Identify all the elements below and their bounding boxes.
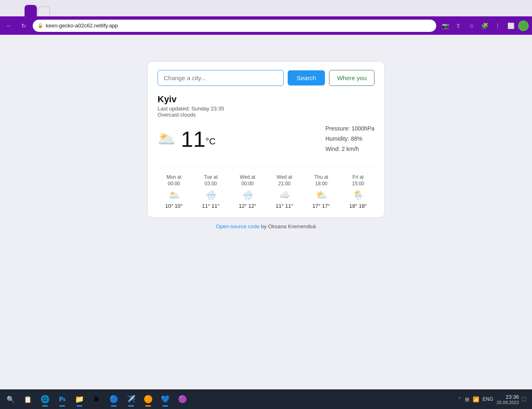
forecast-label-2: Wed at00:00: [240, 174, 255, 188]
forecast-temp-0: 10° 10°: [165, 203, 183, 209]
temperature-value: 11: [181, 127, 205, 151]
pressure-value: Pressure: 1000hPa: [325, 124, 374, 134]
forecast-item-2: Wed at00:00 🌧️ 12° 12°: [231, 174, 264, 209]
taskbar-notification[interactable]: □: [522, 396, 526, 403]
menu-icon[interactable]: ⋮: [492, 20, 503, 31]
forecast-label-0: Mon at00:00: [167, 174, 182, 188]
forecast-icon-1: 🌧️: [205, 190, 216, 200]
temperature-display: 11°C: [181, 128, 216, 150]
humidity-value: Humidity: 88%: [325, 134, 374, 144]
taskbar-right: ⌃ ⊞ 📶 ENG 23:36 25.09.2022 □: [458, 394, 530, 405]
forecast-icon-5: 🌦️: [353, 190, 364, 200]
address-bar: ← ↻ 🔒 keen-gecko-a02c62.netlify.app 📷 ⇧ …: [0, 16, 532, 35]
forecast-label-4: Thu at18:00: [314, 174, 328, 188]
extension-icon[interactable]: 🧩: [479, 20, 490, 31]
url-bar[interactable]: 🔒 keen-gecko-a02c62.netlify.app: [33, 20, 436, 32]
tab-bar: [0, 0, 532, 16]
taskbar-date: 25.09.2022: [496, 400, 519, 405]
taskbar-search[interactable]: 🔍: [2, 391, 19, 407]
forecast-item-5: Fri at15:00 🌦️ 18° 18°: [342, 174, 374, 209]
weather-details: Pressure: 1000hPa Humidity: 88% Wind: 2 …: [325, 124, 374, 155]
forecast-label-3: Wed at21:00: [277, 174, 292, 188]
search-row: Search Where you: [158, 70, 374, 86]
browser-action-buttons: 📷 ⇧ ☆ 🧩 ⋮ ⬜ 🌿: [440, 20, 529, 31]
forecast-icon-2: 🌧️: [242, 190, 253, 200]
last-updated: Last updated: Sunday 23:35: [158, 106, 374, 112]
forecast-item-4: Thu at18:00 ⛅ 17° 17°: [305, 174, 338, 209]
forecast-temp-3: 11° 11°: [276, 203, 293, 209]
screenshot-icon[interactable]: 📷: [440, 20, 451, 31]
open-source-link[interactable]: Open-source code: [216, 223, 259, 229]
footer: Open-source code by Oksana Kremendiuk: [216, 223, 316, 229]
weather-card: Search Where you Kyiv Last updated: Sund…: [147, 61, 385, 218]
taskbar-files[interactable]: 📁: [71, 391, 88, 407]
bookmark-icon[interactable]: ☆: [466, 20, 477, 31]
weather-condition: Overcast clouds: [158, 112, 374, 118]
taskbar-windows-icon: ⊞: [465, 396, 469, 402]
forecast-label-1: Tue at03:00: [204, 174, 218, 188]
footer-suffix: by Oksana Kremendiuk: [259, 223, 316, 229]
taskbar-calculator[interactable]: 🖩: [88, 391, 105, 407]
city-input[interactable]: [158, 70, 284, 86]
forecast-label-5: Fri at15:00: [352, 174, 364, 188]
taskbar-telegram[interactable]: ✈️: [123, 391, 139, 407]
where-you-button[interactable]: Where you: [329, 70, 374, 86]
browser-chrome: ← ↻ 🔒 keen-gecko-a02c62.netlify.app 📷 ⇧ …: [0, 0, 532, 53]
split-view-icon[interactable]: ⬜: [505, 20, 516, 31]
weather-icon-main: 🌥️: [158, 130, 176, 148]
taskbar-language[interactable]: ENG: [482, 396, 493, 402]
forecast-icon-4: ⛅: [316, 190, 327, 200]
taskbar-time: 23:36: [506, 394, 519, 400]
taskbar-chrome[interactable]: 🔵: [106, 391, 122, 407]
taskbar-edge[interactable]: 🌐: [37, 391, 53, 407]
forecast-temp-2: 12° 12°: [239, 203, 257, 209]
back-button[interactable]: ←: [3, 20, 15, 31]
current-weather: 🌥️ 11°C Pressure: 1000hPa Humidity: 88% …: [158, 124, 374, 155]
city-name: Kyiv: [158, 94, 374, 105]
temperature-unit: °C: [205, 136, 216, 146]
taskbar: 🔍 📋 🌐 Ps 📁 🖩 🔵 ✈️ 🟠 💙 🟣: [0, 389, 532, 409]
wind-value: Wind: 2 km/h: [325, 144, 374, 154]
search-button[interactable]: Search: [288, 70, 325, 85]
taskbar-wifi-icon: 📶: [473, 396, 479, 402]
taskbar-explorer[interactable]: 📋: [20, 391, 36, 407]
lock-icon: 🔒: [38, 23, 43, 28]
forecast-temp-5: 18° 18°: [349, 203, 367, 209]
forecast-icon-3: ☁️: [279, 190, 290, 200]
refresh-button[interactable]: ↻: [18, 20, 29, 31]
forecast-item-1: Tue at03:00 🌧️ 11° 11°: [194, 174, 227, 209]
taskbar-vscode[interactable]: 💙: [157, 391, 174, 407]
taskbar-clock[interactable]: 23:36 25.09.2022: [496, 394, 519, 405]
forecast-item-3: Wed at21:00 ☁️ 11° 11°: [268, 174, 301, 209]
forecast-row: Mon at00:00 🌥️ 10° 10° Tue at03:00 🌧️ 11…: [158, 166, 374, 209]
browser-content: Search Where you Kyiv Last updated: Sund…: [0, 53, 532, 389]
taskbar-chevron[interactable]: ⌃: [458, 396, 462, 402]
share-icon[interactable]: ⇧: [453, 20, 464, 31]
taskbar-photoshop[interactable]: Ps: [54, 391, 70, 407]
url-text: keen-gecko-a02c62.netlify.app: [46, 22, 118, 29]
temperature-section: 🌥️ 11°C: [158, 128, 216, 150]
forecast-item-0: Mon at00:00 🌥️ 10° 10°: [158, 174, 190, 209]
taskbar-app2[interactable]: 🟣: [174, 391, 191, 407]
taskbar-app1[interactable]: 🟠: [140, 391, 156, 407]
profile-avatar[interactable]: 🌿: [518, 20, 529, 31]
forecast-icon-0: 🌥️: [169, 190, 180, 200]
forecast-temp-1: 11° 11°: [202, 203, 220, 209]
forecast-temp-4: 17° 17°: [313, 203, 330, 209]
